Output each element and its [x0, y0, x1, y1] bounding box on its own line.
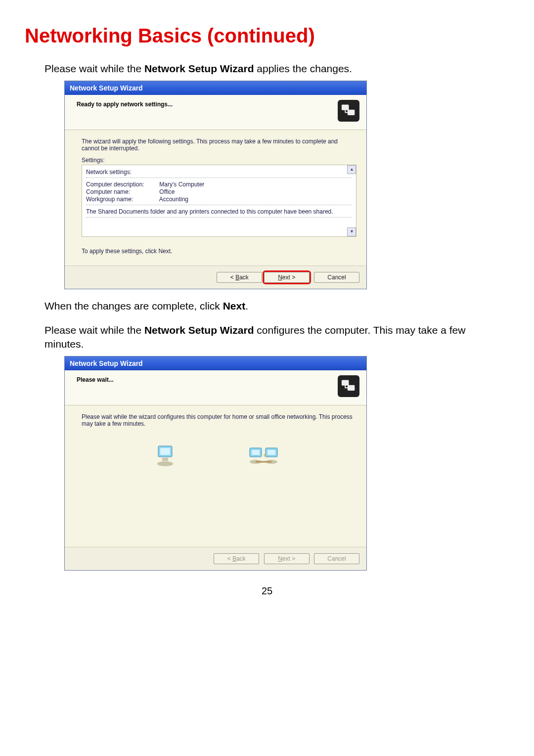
row-label: Computer description:: [86, 181, 158, 188]
wait-icons-row: [82, 445, 356, 467]
svg-rect-2: [342, 380, 349, 385]
cancel-button: Cancel: [314, 553, 359, 564]
intro-bold: Network Setup Wizard: [144, 63, 254, 74]
wizard-titlebar: Network Setup Wizard: [65, 356, 366, 370]
svg-rect-6: [162, 458, 168, 461]
row-label: Workgroup name:: [86, 196, 158, 203]
mid-text-1: When the changes are complete, click Nex…: [44, 299, 490, 313]
next-button: Next >: [264, 553, 310, 564]
settings-row: Computer name: Office: [86, 188, 352, 195]
wizard-ready: Network Setup Wizard Ready to apply netw…: [64, 81, 367, 289]
divider: [86, 205, 352, 205]
apply-hint: To apply these settings, click Next.: [82, 248, 356, 255]
intro-pre: Please wait while the: [44, 63, 144, 74]
page-title: Networking Basics (continued): [25, 25, 509, 47]
next-button[interactable]: Next >: [264, 272, 310, 283]
wizard-header-title: Please wait...: [77, 375, 114, 383]
divider: [86, 178, 352, 178]
settings-footer-text: The Shared Documents folder and any prin…: [86, 208, 352, 215]
settings-row: Workgroup name: Accounting: [86, 196, 352, 203]
mid1-bold: Next: [223, 300, 246, 311]
divider: [86, 217, 352, 218]
wizard-body-text: Please wait while the wizard configures …: [82, 413, 356, 427]
svg-rect-11: [267, 450, 275, 455]
mid2-pre: Please wait while the: [44, 324, 144, 336]
cancel-button[interactable]: Cancel: [314, 272, 359, 283]
computer-pair-icon: [248, 445, 284, 467]
wizard-header: Ready to apply network settings...: [65, 95, 366, 130]
settings-panel: ▴ Network settings: Computer description…: [82, 165, 356, 237]
svg-point-7: [157, 461, 173, 466]
intro-post: applies the changes.: [254, 63, 352, 74]
next-button-highlight: Next >: [264, 272, 310, 283]
wizard-footer: < Back Next > Cancel: [65, 266, 366, 289]
wizard-footer: < Back Next > Cancel: [65, 547, 366, 570]
svg-rect-5: [160, 448, 170, 455]
settings-row: Computer description: Mary's Computer: [86, 181, 352, 188]
wizard-body-text: The wizard will apply the following sett…: [82, 138, 356, 152]
wizard-wait: Network Setup Wizard Please wait... Plea…: [64, 356, 367, 571]
row-value: Accounting: [159, 196, 188, 203]
intro-text: Please wait while the Network Setup Wiza…: [44, 62, 490, 76]
back-button: < Back: [214, 553, 259, 564]
network-wizard-icon: [338, 375, 359, 397]
mid1-pre: When the changes are complete, click: [44, 300, 223, 311]
wizard-body: Please wait while the wizard configures …: [65, 405, 366, 547]
network-wizard-icon: [338, 100, 359, 122]
mid2-bold: Network Setup Wizard: [144, 324, 254, 336]
scroll-up-icon[interactable]: ▴: [347, 165, 356, 174]
svg-rect-9: [252, 450, 260, 455]
back-button[interactable]: < Back: [217, 272, 262, 283]
mid1-post: .: [245, 300, 248, 311]
svg-rect-0: [342, 105, 349, 110]
settings-heading: Network settings:: [86, 169, 352, 176]
wizard-body: The wizard will apply the following sett…: [65, 130, 366, 266]
wizard-titlebar: Network Setup Wizard: [65, 81, 366, 95]
computer-icon: [154, 445, 179, 467]
row-value: Office: [159, 188, 175, 195]
page-number: 25: [25, 585, 509, 597]
wizard-header: Please wait...: [65, 370, 366, 405]
scroll-down-icon[interactable]: ▾: [347, 227, 356, 236]
row-label: Computer name:: [86, 188, 158, 195]
wizard-title: Network Setup Wizard: [70, 359, 143, 367]
mid-text-2: Please wait while the Network Setup Wiza…: [44, 323, 490, 352]
row-value: Mary's Computer: [159, 181, 204, 188]
settings-label: Settings:: [82, 157, 356, 164]
wizard-title: Network Setup Wizard: [70, 84, 143, 92]
wizard-header-title: Ready to apply network settings...: [77, 100, 173, 108]
